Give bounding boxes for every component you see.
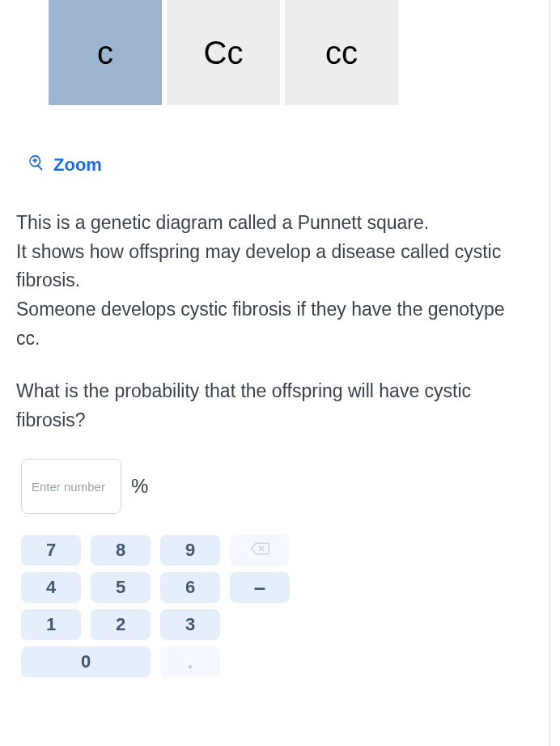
key-8[interactable]: 8 <box>91 535 151 566</box>
key-5[interactable]: 5 <box>91 572 151 603</box>
zoom-button[interactable]: Zoom <box>28 154 102 176</box>
cell-label: cc <box>325 35 358 71</box>
zoom-label: Zoom <box>53 155 102 176</box>
passage-line: Someone develops cystic fibrosis if they… <box>16 299 504 349</box>
answer-unit: % <box>131 475 148 498</box>
keypad-spacer <box>299 535 359 566</box>
key-7[interactable]: 7 <box>21 535 81 566</box>
numeric-keypad: 7 8 9 4 5 6 – 1 2 3 0 . <box>21 535 359 677</box>
key-3[interactable]: 3 <box>160 609 220 640</box>
passage-line: This is a genetic diagram called a Punne… <box>16 212 429 233</box>
passage-line: It shows how offspring may develop a dis… <box>16 241 501 291</box>
key-1[interactable]: 1 <box>21 609 81 640</box>
keypad-spacer <box>230 609 290 640</box>
passage-text: This is a genetic diagram called a Punne… <box>16 209 533 353</box>
keypad-spacer <box>299 646 359 677</box>
key-backspace[interactable] <box>230 535 290 566</box>
punnett-cell[interactable]: cc <box>285 0 398 105</box>
answer-input[interactable] <box>21 459 121 514</box>
punnett-row: c Cc cc <box>49 0 533 105</box>
key-minus[interactable]: – <box>230 572 290 603</box>
zoom-in-icon <box>28 154 45 176</box>
question-page: c Cc cc Zoom This is a genetic diagram c… <box>0 0 550 746</box>
keypad-spacer <box>299 572 359 603</box>
cell-label: c <box>97 35 113 71</box>
key-4[interactable]: 4 <box>21 572 81 603</box>
key-6[interactable]: 6 <box>160 572 220 603</box>
key-0[interactable]: 0 <box>21 646 151 677</box>
cell-label: Cc <box>204 35 244 71</box>
key-9[interactable]: 9 <box>160 535 220 566</box>
keypad-spacer <box>299 609 359 640</box>
key-2[interactable]: 2 <box>91 609 151 640</box>
backspace-icon <box>250 540 269 561</box>
answer-row: % <box>21 459 533 514</box>
question-text: What is the probability that the offspri… <box>16 377 533 434</box>
punnett-cell-header[interactable]: c <box>49 0 162 105</box>
punnett-cell[interactable]: Cc <box>167 0 280 105</box>
keypad-spacer <box>230 646 290 677</box>
key-decimal[interactable]: . <box>160 646 220 677</box>
